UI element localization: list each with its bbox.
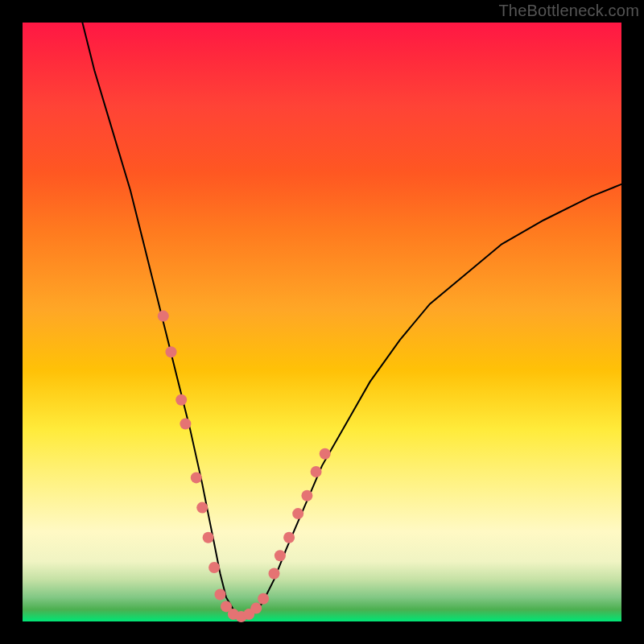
- bottleneck-chart: TheBottleneck.com: [0, 0, 644, 644]
- chart-gradient-background: [23, 23, 621, 621]
- watermark-text: TheBottleneck.com: [498, 2, 639, 20]
